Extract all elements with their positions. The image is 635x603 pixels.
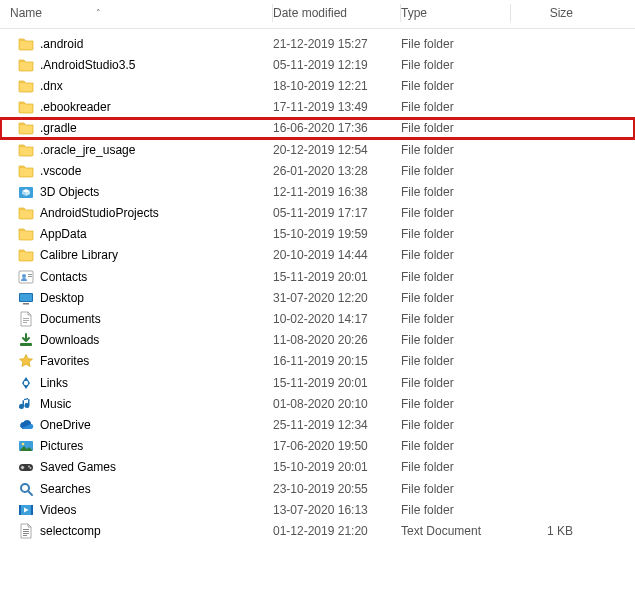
- folder-icon: [18, 78, 34, 94]
- file-row[interactable]: Calibre Library20-10-2019 14:44File fold…: [0, 245, 635, 266]
- file-name: .vscode: [40, 164, 81, 178]
- file-date: 18-10-2019 12:21: [273, 79, 401, 93]
- column-header-type-label: Type: [401, 6, 427, 20]
- file-type: File folder: [401, 206, 511, 220]
- file-date: 20-12-2019 12:54: [273, 143, 401, 157]
- file-row[interactable]: Favorites16-11-2019 20:15File folder: [0, 351, 635, 372]
- file-type: File folder: [401, 121, 511, 135]
- file-name: .oracle_jre_usage: [40, 143, 135, 157]
- file-row[interactable]: .oracle_jre_usage20-12-2019 12:54File fo…: [0, 139, 635, 160]
- file-name-cell: Documents: [0, 311, 273, 327]
- folder-icon: [18, 226, 34, 242]
- column-header-row: Name ˄ Date modified Type Size: [0, 0, 635, 29]
- 3dobjects-icon: [18, 184, 34, 200]
- column-header-date-label: Date modified: [273, 6, 347, 20]
- favorites-icon: [18, 353, 34, 369]
- file-row[interactable]: .gradle16-06-2020 17:36File folder: [0, 118, 635, 139]
- file-name: AndroidStudioProjects: [40, 206, 159, 220]
- file-date: 25-11-2019 12:34: [273, 418, 401, 432]
- file-name: Saved Games: [40, 460, 116, 474]
- file-type: File folder: [401, 482, 511, 496]
- column-header-date[interactable]: Date modified: [273, 4, 401, 22]
- file-name: .dnx: [40, 79, 63, 93]
- file-row[interactable]: OneDrive25-11-2019 12:34File folder: [0, 414, 635, 435]
- file-name-cell: Calibre Library: [0, 247, 273, 263]
- file-row[interactable]: AppData15-10-2019 19:59File folder: [0, 224, 635, 245]
- column-header-name[interactable]: Name ˄: [0, 4, 273, 22]
- file-type: File folder: [401, 354, 511, 368]
- file-date: 05-11-2019 17:17: [273, 206, 401, 220]
- file-row[interactable]: .ebookreader17-11-2019 13:49File folder: [0, 97, 635, 118]
- file-type: File folder: [401, 37, 511, 51]
- file-date: 15-10-2019 19:59: [273, 227, 401, 241]
- file-row[interactable]: AndroidStudioProjects05-11-2019 17:17Fil…: [0, 203, 635, 224]
- file-type: File folder: [401, 397, 511, 411]
- file-date: 17-11-2019 13:49: [273, 100, 401, 114]
- file-type: File folder: [401, 333, 511, 347]
- file-name: Calibre Library: [40, 248, 118, 262]
- file-name-cell: Saved Games: [0, 459, 273, 475]
- file-type: File folder: [401, 79, 511, 93]
- file-row[interactable]: .AndroidStudio3.505-11-2019 12:19File fo…: [0, 54, 635, 75]
- file-name: Contacts: [40, 270, 87, 284]
- file-name: Favorites: [40, 354, 89, 368]
- file-row[interactable]: Desktop31-07-2020 12:20File folder: [0, 287, 635, 308]
- file-row[interactable]: 3D Objects12-11-2019 16:38File folder: [0, 181, 635, 202]
- file-name-cell: Downloads: [0, 332, 273, 348]
- file-date: 20-10-2019 14:44: [273, 248, 401, 262]
- file-row[interactable]: Links15-11-2019 20:01File folder: [0, 372, 635, 393]
- file-name-cell: OneDrive: [0, 417, 273, 433]
- music-icon: [18, 396, 34, 412]
- column-header-type[interactable]: Type: [401, 4, 511, 22]
- file-row[interactable]: .vscode26-01-2020 13:28File folder: [0, 160, 635, 181]
- file-date: 11-08-2020 20:26: [273, 333, 401, 347]
- folder-icon: [18, 247, 34, 263]
- file-name-cell: selectcomp: [0, 523, 273, 539]
- column-header-size[interactable]: Size: [511, 4, 591, 22]
- file-name-cell: Music: [0, 396, 273, 412]
- file-row[interactable]: .dnx18-10-2019 12:21File folder: [0, 75, 635, 96]
- file-name-cell: .oracle_jre_usage: [0, 142, 273, 158]
- file-date: 17-06-2020 19:50: [273, 439, 401, 453]
- file-name: selectcomp: [40, 524, 101, 538]
- file-name-cell: 3D Objects: [0, 184, 273, 200]
- file-date: 16-06-2020 17:36: [273, 121, 401, 135]
- documents-icon: [18, 311, 34, 327]
- file-type: File folder: [401, 58, 511, 72]
- file-row[interactable]: Music01-08-2020 20:10File folder: [0, 393, 635, 414]
- file-name-cell: Desktop: [0, 290, 273, 306]
- file-row[interactable]: Saved Games15-10-2019 20:01File folder: [0, 457, 635, 478]
- file-name: 3D Objects: [40, 185, 99, 199]
- textdoc-icon: [18, 523, 34, 539]
- file-name-cell: .android: [0, 36, 273, 52]
- file-date: 26-01-2020 13:28: [273, 164, 401, 178]
- file-date: 01-12-2019 21:20: [273, 524, 401, 538]
- folder-icon: [18, 205, 34, 221]
- file-type: File folder: [401, 164, 511, 178]
- column-header-size-label: Size: [550, 6, 573, 20]
- folder-icon: [18, 36, 34, 52]
- file-name-cell: .vscode: [0, 163, 273, 179]
- file-name-cell: .gradle: [0, 120, 273, 136]
- file-row[interactable]: Documents10-02-2020 14:17File folder: [0, 308, 635, 329]
- file-name: OneDrive: [40, 418, 91, 432]
- file-type: File folder: [401, 248, 511, 262]
- file-name: Videos: [40, 503, 76, 517]
- file-name: .android: [40, 37, 83, 51]
- file-date: 31-07-2020 12:20: [273, 291, 401, 305]
- file-date: 15-11-2019 20:01: [273, 376, 401, 390]
- file-row[interactable]: .android21-12-2019 15:27File folder: [0, 33, 635, 54]
- file-date: 16-11-2019 20:15: [273, 354, 401, 368]
- folder-icon: [18, 57, 34, 73]
- file-row[interactable]: Videos13-07-2020 16:13File folder: [0, 499, 635, 520]
- file-list: .android21-12-2019 15:27File folder.Andr…: [0, 29, 635, 542]
- file-row[interactable]: selectcomp01-12-2019 21:20Text Document1…: [0, 520, 635, 541]
- file-name: Pictures: [40, 439, 83, 453]
- file-row[interactable]: Searches23-10-2019 20:55File folder: [0, 478, 635, 499]
- file-name-cell: Searches: [0, 481, 273, 497]
- file-type: File folder: [401, 503, 511, 517]
- file-row[interactable]: Contacts15-11-2019 20:01File folder: [0, 266, 635, 287]
- file-row[interactable]: Downloads11-08-2020 20:26File folder: [0, 330, 635, 351]
- file-row[interactable]: Pictures17-06-2020 19:50File folder: [0, 436, 635, 457]
- videos-icon: [18, 502, 34, 518]
